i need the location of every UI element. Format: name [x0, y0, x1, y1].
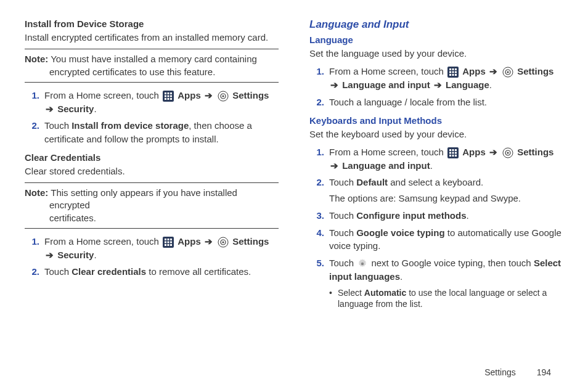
- svg-rect-40: [449, 149, 451, 151]
- svg-rect-2: [168, 92, 169, 94]
- language-steps: 1. From a Home screen, touch Apps ➔ Sett…: [309, 65, 563, 108]
- list-item: 2. Touch Clear credentials to remove all…: [25, 265, 279, 279]
- svg-rect-48: [455, 155, 457, 157]
- arrow-icon: ➔: [330, 160, 338, 171]
- svg-rect-21: [168, 244, 169, 246]
- svg-rect-41: [452, 149, 454, 151]
- svg-rect-42: [455, 149, 457, 151]
- svg-point-38: [507, 71, 509, 73]
- svg-rect-33: [449, 74, 451, 76]
- step-number: 2.: [309, 176, 329, 205]
- note-box-2: Note: This setting only appears if you h…: [25, 182, 279, 229]
- note-text: You must have installed a memory card co…: [51, 54, 257, 64]
- svg-rect-6: [170, 95, 172, 97]
- svg-rect-8: [168, 98, 169, 100]
- apps-label: Apps: [178, 236, 201, 247]
- svg-point-51: [507, 152, 509, 153]
- arrow-icon: ➔: [46, 104, 54, 114]
- svg-rect-30: [449, 71, 451, 73]
- note-text-line2: certificates.: [49, 212, 279, 224]
- page-number: 194: [537, 367, 551, 377]
- apps-icon: [447, 67, 459, 78]
- step-content: From a Home screen, touch Apps ➔ Setting…: [329, 145, 563, 173]
- note-text-line2: encrypted certificates to use this featu…: [49, 66, 279, 78]
- page-footer: Settings 194: [484, 367, 551, 377]
- svg-rect-34: [452, 74, 454, 76]
- arrow-icon: ➔: [489, 147, 497, 157]
- clear-heading: Clear Credentials: [25, 152, 279, 163]
- step-content: From a Home screen, touch Apps ➔ Setting…: [329, 65, 563, 92]
- svg-point-25: [223, 241, 224, 243]
- arrow-icon: ➔: [489, 66, 497, 76]
- svg-rect-22: [170, 244, 172, 246]
- svg-rect-31: [452, 71, 454, 73]
- svg-rect-5: [168, 95, 169, 97]
- svg-rect-4: [165, 95, 166, 97]
- page-columns: Install from Device Storage Install encr…: [25, 18, 563, 316]
- apps-label: Apps: [462, 66, 486, 76]
- install-body: Install encrypted certificates from an i…: [25, 31, 279, 44]
- settings-label: Settings: [232, 90, 269, 100]
- right-column: Language and Input Language Set the lang…: [309, 18, 563, 316]
- keyboards-body: Set the keyboard used by your device.: [309, 128, 563, 141]
- security-label: Security: [57, 104, 94, 114]
- note-label: Note:: [25, 54, 48, 64]
- step-number: 1.: [309, 65, 329, 92]
- language-label: Language: [446, 80, 489, 90]
- svg-rect-3: [170, 92, 172, 94]
- step-content: From a Home screen, touch Apps ➔ Setting…: [44, 235, 279, 262]
- svg-rect-19: [170, 241, 172, 243]
- svg-rect-20: [165, 244, 166, 246]
- svg-rect-29: [455, 68, 457, 70]
- settings-icon: [218, 91, 229, 102]
- step-content: Touch Install from device storage, then …: [44, 119, 279, 146]
- bullet-icon: •: [329, 287, 338, 311]
- step-number: 1.: [25, 235, 44, 262]
- svg-rect-7: [165, 98, 166, 100]
- list-item: 4. Touch Google voice typing to automati…: [309, 226, 563, 253]
- keyboards-heading: Keyboards and Input Methods: [309, 115, 563, 126]
- language-and-input-heading: Language and Input: [309, 18, 563, 31]
- svg-rect-43: [449, 152, 451, 153]
- settings-label: Settings: [232, 236, 269, 247]
- keyboards-steps: 1. From a Home screen, touch Apps ➔ Sett…: [309, 145, 563, 311]
- footer-section: Settings: [484, 367, 516, 377]
- step-number: 3.: [309, 209, 329, 223]
- note-text: This setting only appears if you have in…: [49, 187, 237, 210]
- note-box-1: Note: You must have installed a memory c…: [25, 49, 279, 83]
- list-item: 3. Touch Configure input methods.: [309, 209, 563, 223]
- list-item: 1. From a Home screen, touch Apps ➔ Sett…: [25, 89, 279, 116]
- left-column: Install from Device Storage Install encr…: [25, 18, 279, 316]
- settings-icon: [502, 67, 513, 78]
- lang-input-label: Language and input: [342, 80, 430, 90]
- svg-rect-45: [455, 152, 457, 153]
- apps-label: Apps: [462, 147, 486, 157]
- svg-rect-18: [168, 241, 169, 243]
- list-item: 5. Touch next to Google voice typing, th…: [309, 256, 563, 310]
- step-content: Touch a language / locale from the list.: [329, 96, 563, 109]
- list-item: 1. From a Home screen, touch Apps ➔ Sett…: [309, 145, 563, 173]
- list-item: 2. Touch Default and select a keyboard. …: [309, 176, 563, 205]
- step-content: Touch next to Google voice typing, then …: [329, 256, 563, 310]
- list-item: 1. From a Home screen, touch Apps ➔ Sett…: [25, 235, 279, 262]
- apps-icon: [163, 237, 174, 248]
- svg-rect-14: [165, 239, 166, 240]
- svg-rect-17: [165, 241, 166, 243]
- arrow-icon: ➔: [330, 80, 338, 90]
- apps-label: Apps: [178, 90, 201, 100]
- arrow-icon: ➔: [46, 250, 54, 260]
- svg-rect-16: [170, 239, 172, 240]
- gear-icon: [357, 259, 367, 269]
- sub-item: • Select Automatic to use the local lang…: [329, 287, 563, 311]
- list-item: 1. From a Home screen, touch Apps ➔ Sett…: [309, 65, 563, 92]
- step-number: 2.: [25, 265, 44, 279]
- list-item: 2. Touch a language / locale from the li…: [309, 96, 563, 109]
- language-body: Set the language used by your device.: [309, 47, 563, 60]
- arrow-icon: ➔: [205, 90, 213, 100]
- security-label: Security: [57, 250, 94, 260]
- step-number: 4.: [309, 226, 329, 253]
- step-number: 5.: [309, 256, 329, 310]
- language-heading: Language: [309, 35, 563, 45]
- settings-icon: [502, 147, 513, 158]
- svg-rect-28: [452, 68, 454, 70]
